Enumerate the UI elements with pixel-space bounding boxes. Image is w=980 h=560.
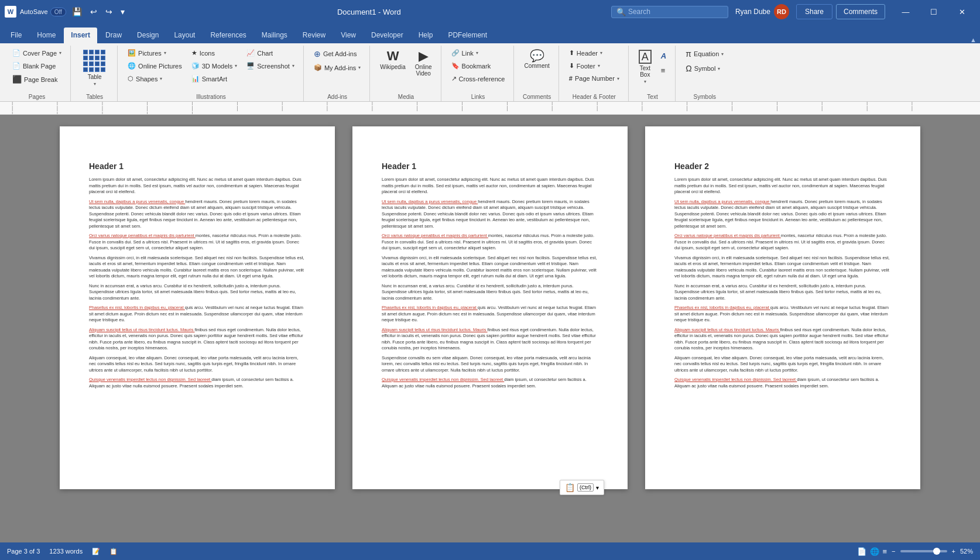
symbol-button[interactable]: Ω Symbol ▾ xyxy=(681,61,728,75)
cover-page-button[interactable]: 📄 Cover Page ▾ xyxy=(8,47,66,59)
search-input[interactable] xyxy=(628,8,710,16)
tab-layout[interactable]: Layout xyxy=(167,28,202,43)
online-video-button[interactable]: ▶ OnlineVideo xyxy=(411,47,436,80)
proofing-icon[interactable]: 📝 xyxy=(92,548,100,555)
search-box[interactable]: 🔍 xyxy=(611,6,728,18)
dropcap-icon: ≡ xyxy=(661,66,666,75)
equation-icon: π xyxy=(686,49,691,59)
icons-button[interactable]: ★ Icons xyxy=(187,47,242,59)
shapes-dropdown-icon: ▾ xyxy=(160,76,162,81)
shapes-button[interactable]: ⬡ Shapes ▾ xyxy=(124,73,186,85)
equation-button[interactable]: π Equation ▾ xyxy=(681,47,728,61)
autosave-toggle[interactable]: Off xyxy=(50,8,66,16)
minimize-button[interactable]: — xyxy=(892,3,919,20)
screenshot-button[interactable]: 🖥️ Screenshot ▾ xyxy=(242,60,299,72)
bookmark-button[interactable]: 🔖 Bookmark xyxy=(447,60,509,72)
page-header: Header 1 xyxy=(382,162,598,171)
3d-models-button[interactable]: 🧊 3D Models ▾ xyxy=(187,60,242,72)
comments-button[interactable]: Comments xyxy=(836,4,885,19)
tab-design[interactable]: Design xyxy=(130,28,166,43)
zoom-slider[interactable] xyxy=(900,550,947,552)
paragraph: Quisque venenatis imperdiet lectus non d… xyxy=(382,377,598,389)
comment-button[interactable]: 💬 Comment xyxy=(520,47,553,72)
web-layout-icon[interactable]: 🌐 xyxy=(870,547,879,556)
tab-insert[interactable]: Insert xyxy=(64,28,97,43)
undo-icon[interactable]: ↩ xyxy=(88,6,100,18)
online-video-label: OnlineVideo xyxy=(415,64,432,77)
clipboard-popup[interactable]: 📋(Ctrl)▾ xyxy=(560,480,604,495)
online-pictures-icon: 🌐 xyxy=(128,62,136,70)
footer-button[interactable]: ⬇ Footer ▾ xyxy=(565,60,623,72)
ribbon-group-comments: 💬 Comment Comments xyxy=(515,46,558,101)
page-break-button[interactable]: ⬛ Page Break xyxy=(8,73,66,86)
cross-reference-button[interactable]: ↗ Cross-reference xyxy=(447,73,509,85)
smartart-icon: 📊 xyxy=(191,75,200,83)
blank-page-icon: 📄 xyxy=(12,62,20,70)
user-avatar[interactable]: RD xyxy=(774,4,789,19)
my-add-ins-button[interactable]: 📦 My Add-ins ▾ xyxy=(310,61,365,74)
window-controls: — ☐ ✕ xyxy=(892,3,975,20)
paragraph: Nunc in accumsan erat, a varius arcu. Cu… xyxy=(89,283,306,302)
close-button[interactable]: ✕ xyxy=(948,3,975,20)
smartart-button[interactable]: 📊 SmartArt xyxy=(187,73,242,85)
page-body: Lorem ipsum dolor sit amet, consectetur … xyxy=(382,177,598,389)
tables-group-content: Table ▾ xyxy=(77,47,112,90)
tab-file[interactable]: File xyxy=(4,28,29,43)
cross-reference-icon: ↗ xyxy=(451,75,457,83)
zoom-out-icon[interactable]: − xyxy=(892,548,895,555)
layout-icon[interactable]: 📋 xyxy=(109,548,118,555)
tab-home[interactable]: Home xyxy=(30,28,63,43)
zoom-level[interactable]: 52% xyxy=(960,548,973,555)
tab-references[interactable]: References xyxy=(203,28,253,43)
link-button[interactable]: 🔗 Link ▾ xyxy=(447,47,509,59)
media-group-label: Media xyxy=(376,92,436,100)
page-header: Header 2 xyxy=(674,162,891,171)
screenshot-dropdown-icon: ▾ xyxy=(292,63,294,68)
table-button[interactable]: Table ▾ xyxy=(77,47,112,90)
chart-button[interactable]: 📈 Chart xyxy=(242,47,299,59)
text-box-button[interactable]: A TextBox ▾ xyxy=(635,47,656,87)
wikipedia-button[interactable]: W Wikipedia xyxy=(376,47,409,73)
tab-review[interactable]: Review xyxy=(296,28,333,43)
document-scroll[interactable]: Header 1Lorem ipsum dolor sit amet, cons… xyxy=(0,115,980,542)
tab-pdfelement[interactable]: PDFelement xyxy=(441,28,494,43)
footer-icon: ⬇ xyxy=(569,62,574,70)
document-area: Header 1Lorem ipsum dolor sit amet, cons… xyxy=(0,115,980,542)
tab-draw[interactable]: Draw xyxy=(98,28,129,43)
tab-mailings[interactable]: Mailings xyxy=(255,28,294,43)
ribbon-group-illustrations: 🖼️ Pictures ▾ 🌐 Online Pictures ⬡ Shapes… xyxy=(119,46,304,101)
header-button[interactable]: ⬆ Header ▾ xyxy=(565,47,623,59)
tab-view[interactable]: View xyxy=(334,28,363,43)
tab-developer[interactable]: Developer xyxy=(364,28,410,43)
paragraph: Phasellus ex nisl, lobortis in dapibus e… xyxy=(382,305,598,324)
paragraph: Nunc in accumsan erat, a varius arcu. Cu… xyxy=(382,283,598,302)
ribbon-group-text: A TextBox ▾ A ≡ Text xyxy=(630,46,676,101)
wordart-button[interactable]: A xyxy=(657,49,670,63)
share-button[interactable]: Share xyxy=(796,4,832,19)
pages-group-label: Pages xyxy=(8,92,66,100)
tab-help[interactable]: Help xyxy=(412,28,440,43)
page-page1: Header 1Lorem ipsum dolor sit amet, cons… xyxy=(60,126,335,489)
blank-page-button[interactable]: 📄 Blank Page xyxy=(8,60,66,72)
header-footer-group-content: ⬆ Header ▾ ⬇ Footer ▾ # Page Number ▾ xyxy=(565,47,623,90)
page-number-button[interactable]: # Page Number ▾ xyxy=(565,73,623,84)
print-layout-icon[interactable]: 📄 xyxy=(857,547,866,556)
wikipedia-label: Wikipedia xyxy=(380,64,405,70)
paragraph: Nunc in accumsan erat, a varius arcu. Cu… xyxy=(674,283,891,302)
maximize-button[interactable]: ☐ xyxy=(920,3,947,20)
collapse-ribbon-icon[interactable]: ▲ xyxy=(970,36,976,43)
dropcap-button[interactable]: ≡ xyxy=(657,64,670,77)
get-add-ins-button[interactable]: ⊕ Get Add-ins xyxy=(310,47,365,61)
paragraph: Phasellus ex nisl, lobortis in dapibus e… xyxy=(674,305,891,324)
equation-label: Equation xyxy=(694,50,719,57)
redo-icon[interactable]: ↪ xyxy=(103,6,115,18)
zoom-in-icon[interactable]: + xyxy=(952,548,955,555)
online-pictures-button[interactable]: 🌐 Online Pictures xyxy=(124,60,186,72)
shapes-icon: ⬡ xyxy=(128,75,133,83)
customize-qat-icon[interactable]: ▾ xyxy=(118,6,127,18)
save-icon[interactable]: 💾 xyxy=(70,6,84,18)
outline-view-icon[interactable]: ≡ xyxy=(883,547,888,556)
pictures-button[interactable]: 🖼️ Pictures ▾ xyxy=(124,47,186,59)
blank-page-label: Blank Page xyxy=(23,63,56,70)
status-bar-right: 📄 🌐 ≡ − + 52% xyxy=(857,547,974,556)
